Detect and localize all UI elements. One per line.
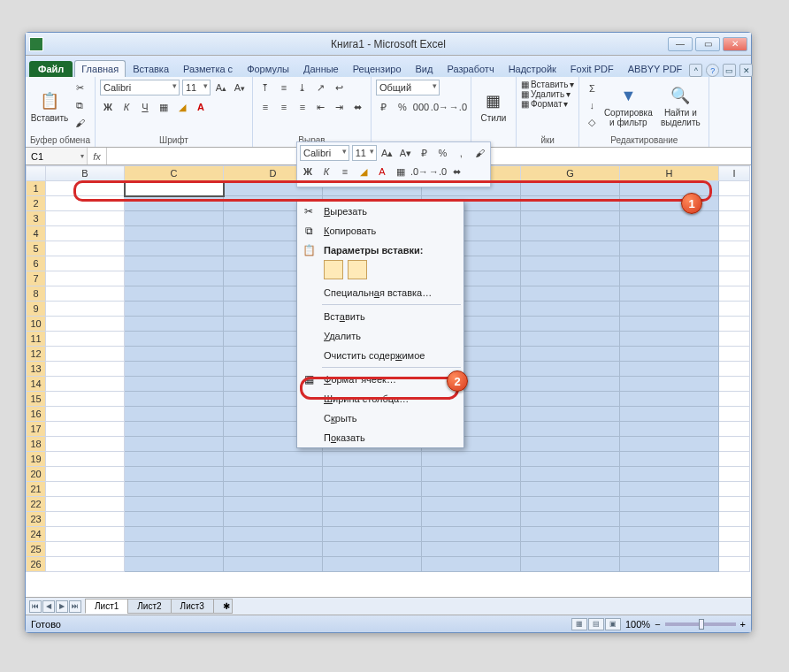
cell-I18[interactable] bbox=[719, 437, 750, 452]
cell-H14[interactable] bbox=[620, 377, 719, 392]
sheet-tab-1[interactable]: Лист1 bbox=[85, 599, 128, 614]
col-header-C[interactable]: C bbox=[125, 166, 224, 181]
cell-C25[interactable] bbox=[125, 542, 224, 557]
tab-home[interactable]: Главная bbox=[74, 60, 126, 77]
sheet-nav-prev[interactable]: ◀ bbox=[42, 600, 55, 613]
mini-align[interactable]: ≡ bbox=[337, 164, 353, 179]
mini-painter[interactable]: 🖌 bbox=[471, 145, 487, 161]
cell-I9[interactable] bbox=[719, 302, 750, 317]
mini-font-name[interactable]: Calibri bbox=[300, 145, 349, 161]
mini-italic[interactable]: К bbox=[318, 164, 334, 179]
cell-D25[interactable] bbox=[224, 542, 323, 557]
sheet-nav-next[interactable]: ▶ bbox=[56, 600, 68, 613]
help-button[interactable]: ? bbox=[706, 64, 719, 77]
cell-I25[interactable] bbox=[719, 542, 750, 557]
cell-I14[interactable] bbox=[719, 377, 750, 392]
cell-C24[interactable] bbox=[125, 527, 224, 542]
cell-E20[interactable] bbox=[323, 467, 422, 482]
row-header-26[interactable]: 26 bbox=[27, 557, 46, 572]
cell-I6[interactable] bbox=[719, 256, 750, 271]
decrease-decimal-button[interactable]: →.0 bbox=[450, 99, 466, 115]
cell-G2[interactable] bbox=[521, 196, 620, 211]
align-right-button[interactable]: ≡ bbox=[295, 99, 310, 115]
row-header-16[interactable]: 16 bbox=[27, 407, 46, 422]
cell-C4[interactable] bbox=[125, 226, 224, 241]
cell-F25[interactable] bbox=[422, 542, 521, 557]
row-header-15[interactable]: 15 bbox=[27, 392, 46, 407]
cell-F24[interactable] bbox=[422, 527, 521, 542]
cell-E23[interactable] bbox=[323, 512, 422, 527]
cell-C11[interactable] bbox=[125, 332, 224, 347]
cell-H20[interactable] bbox=[620, 467, 719, 482]
grow-font-button[interactable]: A▴ bbox=[213, 80, 229, 95]
cell-B22[interactable] bbox=[46, 497, 125, 512]
mini-dec-dec[interactable]: →.0 bbox=[430, 164, 446, 179]
row-header-3[interactable]: 3 bbox=[27, 211, 46, 226]
cell-F26[interactable] bbox=[422, 557, 521, 572]
mini-currency[interactable]: ₽ bbox=[416, 145, 432, 161]
cell-B13[interactable] bbox=[46, 362, 125, 377]
sort-filter-button[interactable]: ▼ Сортировка и фильтр bbox=[602, 80, 654, 131]
cell-G7[interactable] bbox=[521, 271, 620, 286]
cell-I13[interactable] bbox=[719, 362, 750, 377]
cell-B14[interactable] bbox=[46, 377, 125, 392]
shrink-font-button[interactable]: A▾ bbox=[232, 80, 248, 95]
cell-I15[interactable] bbox=[719, 392, 750, 407]
zoom-slider[interactable] bbox=[665, 622, 736, 626]
font-size-combo[interactable]: 11 bbox=[182, 80, 211, 95]
cm-delete[interactable]: Удалить bbox=[297, 326, 463, 346]
cell-C1[interactable] bbox=[125, 181, 224, 196]
row-header-14[interactable]: 14 bbox=[27, 377, 46, 392]
cell-I4[interactable] bbox=[719, 226, 750, 241]
cell-B12[interactable] bbox=[46, 347, 125, 362]
paste-option-1[interactable] bbox=[324, 260, 343, 279]
row-header-6[interactable]: 6 bbox=[27, 256, 46, 271]
cell-C5[interactable] bbox=[125, 241, 224, 256]
cut-button[interactable]: ✂ bbox=[72, 80, 88, 95]
align-bottom-button[interactable]: ⤓ bbox=[295, 80, 310, 95]
cell-H1[interactable] bbox=[620, 181, 719, 196]
cell-I22[interactable] bbox=[719, 497, 750, 512]
cell-C2[interactable] bbox=[125, 196, 224, 211]
cell-G4[interactable] bbox=[521, 226, 620, 241]
cell-F20[interactable] bbox=[422, 467, 521, 482]
cell-B18[interactable] bbox=[46, 437, 125, 452]
row-header-12[interactable]: 12 bbox=[27, 347, 46, 362]
cell-B15[interactable] bbox=[46, 392, 125, 407]
cell-C7[interactable] bbox=[125, 271, 224, 286]
cell-B5[interactable] bbox=[46, 241, 125, 256]
tab-developer[interactable]: Разработч bbox=[440, 60, 501, 77]
row-header-24[interactable]: 24 bbox=[27, 527, 46, 542]
cell-H24[interactable] bbox=[620, 527, 719, 542]
cell-C18[interactable] bbox=[125, 437, 224, 452]
align-middle-button[interactable]: ≡ bbox=[276, 80, 292, 95]
clear-button[interactable]: ◇ bbox=[584, 114, 600, 130]
cell-B9[interactable] bbox=[46, 302, 125, 317]
cell-H6[interactable] bbox=[620, 256, 719, 271]
tab-data[interactable]: Данные bbox=[296, 60, 346, 77]
cell-G17[interactable] bbox=[521, 422, 620, 437]
cell-G10[interactable] bbox=[521, 317, 620, 332]
percent-button[interactable]: % bbox=[394, 99, 410, 115]
cell-C9[interactable] bbox=[125, 302, 224, 317]
cell-B23[interactable] bbox=[46, 512, 125, 527]
cell-C17[interactable] bbox=[125, 422, 224, 437]
cell-B16[interactable] bbox=[46, 407, 125, 422]
col-header-H[interactable]: H bbox=[620, 166, 719, 181]
cell-C20[interactable] bbox=[125, 467, 224, 482]
cells-insert-button[interactable]: ▦ Вставить ▾ bbox=[521, 80, 574, 89]
cell-G8[interactable] bbox=[521, 286, 620, 302]
cm-paste-special[interactable]: Специальная вставка… bbox=[297, 283, 463, 302]
tab-layout[interactable]: Разметка с bbox=[176, 60, 240, 77]
doc-close-button[interactable]: ✕ bbox=[739, 64, 753, 77]
cell-G25[interactable] bbox=[521, 542, 620, 557]
cell-I7[interactable] bbox=[719, 271, 750, 286]
cell-B6[interactable] bbox=[46, 256, 125, 271]
tab-review[interactable]: Рецензиро bbox=[346, 60, 409, 77]
cell-H8[interactable] bbox=[620, 286, 719, 302]
cell-G20[interactable] bbox=[521, 467, 620, 482]
cell-H22[interactable] bbox=[620, 497, 719, 512]
cell-C23[interactable] bbox=[125, 512, 224, 527]
cell-I20[interactable] bbox=[719, 467, 750, 482]
sheet-tab-new[interactable]: ✱ bbox=[213, 599, 233, 614]
